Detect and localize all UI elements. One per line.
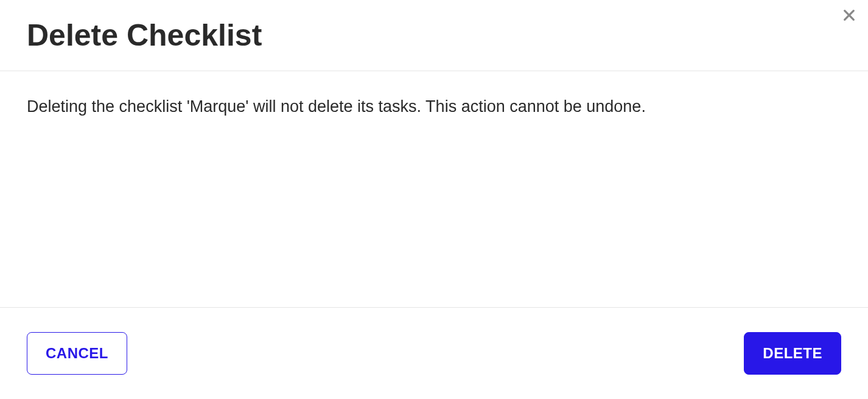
dialog-message: Deleting the checklist 'Marque' will not… [27,95,841,119]
dialog-body: Deleting the checklist 'Marque' will not… [0,71,868,308]
dialog-title: Delete Checklist [27,17,841,54]
delete-confirmation-dialog: Delete Checklist Deleting the checklist … [0,0,868,399]
delete-button[interactable]: DELETE [744,332,841,375]
dialog-footer: CANCEL DELETE [0,308,868,399]
close-button[interactable] [839,5,859,27]
cancel-button[interactable]: CANCEL [27,332,127,375]
close-icon [841,7,857,25]
dialog-header: Delete Checklist [0,0,868,71]
